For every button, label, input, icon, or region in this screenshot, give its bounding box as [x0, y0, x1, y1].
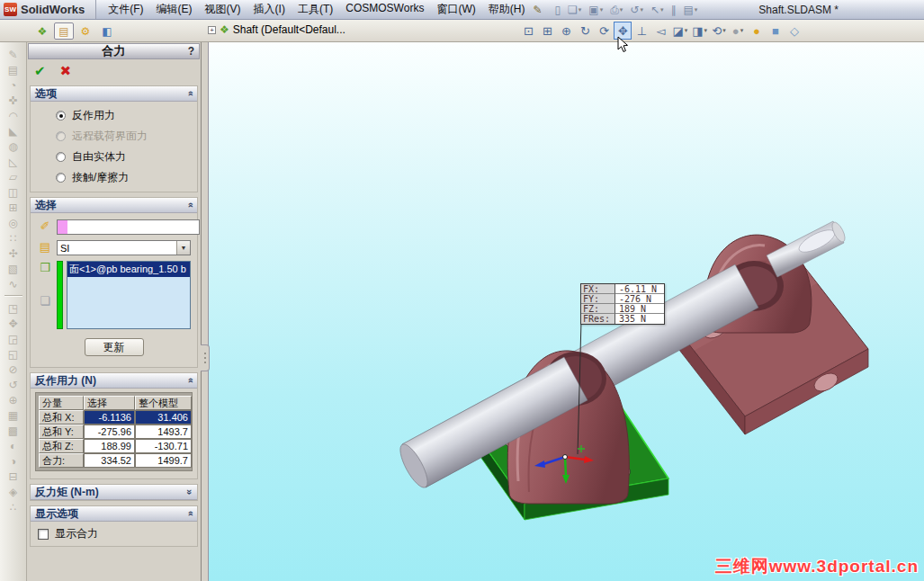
menu-item[interactable]: COSMOSWorks [339, 0, 430, 19]
menu-item[interactable]: 工具(T) [292, 0, 339, 19]
radio-option[interactable]: 反作用力 [32, 105, 195, 126]
tab-featuremanager[interactable]: ❖ [32, 22, 52, 40]
selection-list-item[interactable]: 面<1>@pb bearing_1.50 b [67, 262, 190, 277]
selection-value-cell[interactable]: 334.52 [84, 453, 135, 468]
cancel-button[interactable]: ✖ [60, 63, 72, 79]
appearance-icon[interactable]: ● ▾ [729, 22, 747, 40]
collapse-chevron-icon[interactable]: » [184, 511, 195, 516]
rib-icon[interactable]: ▱ [4, 169, 23, 184]
shell-icon[interactable]: ◍ [4, 139, 23, 154]
revolve-icon[interactable]: ◔ [4, 77, 23, 93]
expand-chevron-icon[interactable]: » [184, 489, 195, 495]
tree-root-label[interactable]: Shaft (Default<Defaul... [233, 23, 345, 36]
dropdown-caret[interactable]: ▾ [660, 6, 664, 13]
selection-group-header[interactable]: 选择 » [31, 198, 197, 213]
zoom-area-icon[interactable]: ⊞ ▾ [538, 22, 556, 40]
section-view-icon[interactable]: ◪ ▾ [670, 22, 689, 40]
gear-icon[interactable]: ✣ [4, 246, 23, 261]
radio-option[interactable]: 远程载荷界面力 [32, 126, 195, 147]
perspective-icon[interactable]: ◇ ▾ [785, 22, 803, 40]
print-icon[interactable]: ⎙ ▾ [606, 3, 626, 17]
mirror-icon[interactable]: ◫ [4, 184, 23, 200]
tab-configurationmanager[interactable]: ⚙ [76, 22, 95, 40]
dropdown-caret[interactable]: ▾ [722, 27, 726, 34]
units-combobox[interactable]: SI ▼ [57, 240, 191, 255]
dropdown-caret[interactable]: ▾ [685, 27, 688, 34]
collapse-chevron-icon[interactable]: » [184, 91, 195, 96]
save-icon[interactable]: ▣ ▾ [585, 3, 606, 17]
assembly-feature-icon[interactable]: ⊟ [4, 469, 23, 484]
update-button[interactable]: 更新 [85, 338, 144, 356]
panel-divider[interactable] [202, 42, 209, 581]
shaded-icon[interactable]: ● ▾ [748, 22, 766, 40]
open-icon[interactable]: ❏ ▾ [564, 3, 585, 17]
explode-line-icon[interactable]: ▩ [4, 423, 23, 438]
dropdown-caret[interactable]: ▾ [620, 6, 623, 13]
no-external-ref-icon[interactable]: ⊘ [4, 362, 23, 377]
draft-icon[interactable]: ◺ [4, 154, 23, 169]
exploded-view-icon[interactable]: ▦ [4, 407, 23, 423]
selection-value-cell[interactable]: -275.96 [84, 425, 135, 439]
attachment-icon[interactable]: ∥ ▾ [667, 3, 679, 17]
undo-icon[interactable]: ↺ ▾ [626, 3, 647, 17]
collapse-chevron-icon[interactable]: » [184, 202, 195, 208]
entity-input[interactable] [67, 220, 199, 234]
selection-value-cell[interactable]: -6.1136 [84, 410, 135, 425]
graphics-viewport[interactable]: FX: -6.11 N FY: -276 N FZ: 189 N FRes: 3… [209, 42, 924, 581]
display-group-header[interactable]: 显示选项 » [31, 506, 197, 522]
pattern-icon[interactable]: ⊞ [4, 200, 23, 215]
simulation-icon[interactable]: ∴ [4, 499, 23, 514]
menu-item[interactable]: 视图(V) [199, 0, 247, 19]
dropdown-caret[interactable]: ▾ [740, 27, 744, 34]
radio-option[interactable]: 自由实体力 [32, 147, 195, 167]
ok-button[interactable]: ✔ [34, 63, 46, 79]
dropdown-caret[interactable]: ▾ [579, 6, 582, 13]
zoom-in-out-icon[interactable]: ⊕ ▾ [557, 22, 575, 40]
whole-model-value-cell[interactable]: 1493.7 [135, 425, 192, 439]
whole-model-value-cell[interactable]: -130.71 [135, 439, 192, 453]
whole-model-value-cell[interactable]: 1499.7 [135, 453, 192, 468]
menu-item[interactable]: 编辑(E) [150, 0, 199, 19]
surface-icon[interactable]: ▧ [4, 261, 23, 276]
curve-icon[interactable]: ∿ [4, 276, 23, 291]
rotate-component-icon[interactable]: ↺ [4, 377, 23, 392]
dropdown-caret[interactable]: ▾ [695, 6, 698, 13]
select-icon[interactable]: ↖ ▾ [647, 3, 668, 17]
clearance-icon[interactable]: ◑ [4, 453, 23, 469]
help-button[interactable]: ? [188, 45, 194, 58]
hole-icon[interactable]: ◎ [4, 215, 23, 230]
menu-item[interactable]: 窗口(W) [430, 0, 481, 19]
combo-dropdown-button[interactable]: ▼ [176, 241, 190, 255]
tab-propertymanager[interactable]: ▤ [54, 22, 74, 40]
dropdown-caret[interactable]: ▾ [704, 27, 707, 34]
menu-item[interactable]: 帮助(H) [482, 0, 532, 19]
selection-value-cell[interactable]: 188.99 [84, 439, 135, 453]
menu-item[interactable]: 插入(I) [247, 0, 292, 19]
whole-model-value-cell[interactable]: 31.406 [135, 410, 192, 425]
panel-divider-grip[interactable] [201, 344, 210, 371]
interference-icon[interactable]: ◐ [4, 438, 23, 453]
entity-field[interactable] [57, 219, 200, 235]
dropdown-caret[interactable]: ▾ [640, 6, 643, 13]
options-group-header[interactable]: 选项 » [31, 86, 197, 102]
collapse-chevron-icon[interactable]: » [184, 378, 195, 383]
fillet-icon[interactable]: ◠ [4, 108, 23, 123]
extrude-icon[interactable]: ▤ [4, 62, 23, 77]
edit-component-icon[interactable]: ◱ [4, 346, 23, 362]
menu-item[interactable]: 文件(F) [102, 0, 149, 19]
reaction-group-header[interactable]: 反作用力 (N) » [31, 373, 197, 389]
new-document-icon[interactable]: ▯ ▾ [551, 3, 564, 17]
move-icon[interactable]: ✜ [4, 93, 23, 108]
mate-icon[interactable]: ✥ [4, 316, 23, 331]
chamfer-icon[interactable]: ◣ [4, 123, 23, 139]
selection-listbox[interactable]: 面<1>@pb bearing_1.50 b [67, 261, 191, 329]
show-resultant-checkbox[interactable] [38, 529, 49, 540]
dropdown-caret[interactable]: ▾ [600, 6, 604, 13]
view-orientation-icon[interactable]: ⟲ ▾ [710, 22, 728, 40]
hide-component-icon[interactable]: ◲ [4, 331, 23, 346]
belt-chain-icon[interactable]: ◈ [4, 484, 23, 499]
rotate-view-icon[interactable]: ↻ ▾ [576, 22, 594, 40]
dots-icon[interactable]: ∷ [4, 230, 23, 246]
zoom-fit-icon[interactable]: ⊡ ▾ [519, 22, 537, 40]
previous-view-icon[interactable]: ◅ ▾ [651, 22, 669, 40]
